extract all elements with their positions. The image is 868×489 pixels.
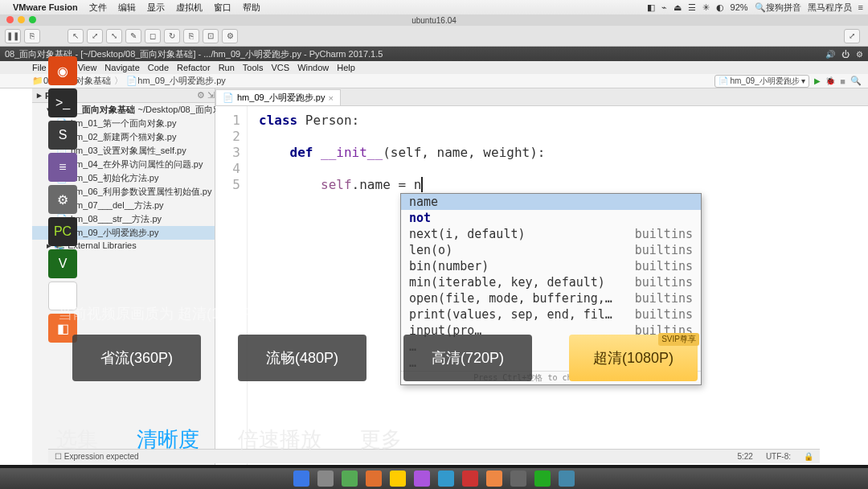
mac-menu-vm[interactable]: 虚拟机 <box>176 2 203 14</box>
mac-menu-help[interactable]: 帮助 <box>243 2 260 14</box>
tool-button[interactable]: ⤢ <box>87 29 103 43</box>
tool-button[interactable]: ⎘ <box>183 29 199 43</box>
dock-app[interactable] <box>342 471 358 487</box>
editor-tab-active[interactable]: 📄 hm_09_小明爱跑步.py × <box>215 89 341 105</box>
gear-icon[interactable]: ⚙ <box>856 50 863 59</box>
pycharm-icon[interactable]: PC <box>48 217 77 246</box>
dock-app[interactable] <box>438 471 454 487</box>
encoding[interactable]: UTF-8: <box>766 452 791 461</box>
ac-item[interactable]: not <box>401 210 701 226</box>
dock-app[interactable] <box>462 471 478 487</box>
minimize-icon[interactable] <box>18 16 25 23</box>
ubuntu-dash-icon[interactable]: ◉ <box>48 56 77 85</box>
tray-icon[interactable]: ⏏ <box>674 2 682 13</box>
power-icon[interactable]: ⏻ <box>841 50 850 59</box>
tray-icon[interactable]: ☰ <box>688 2 696 13</box>
tool-button[interactable]: ◻ <box>145 29 161 43</box>
vm-toolbar: ❚❚ ⎘ ↖ ⤢ ⤡ ✎ ◻ ↻ ⎘ ⊡ ⚙ ⤢ <box>0 26 868 47</box>
fullscreen-button[interactable]: ⤢ <box>844 29 860 43</box>
volume-icon[interactable]: 🔊 <box>825 50 835 59</box>
dock-app[interactable] <box>414 471 430 487</box>
mac-menu-file[interactable]: 文件 <box>89 2 107 14</box>
quality-360p[interactable]: 省流(360P) <box>72 335 201 381</box>
files-icon[interactable]: ≡ <box>48 153 77 182</box>
tool-button[interactable]: ↖ <box>68 29 84 43</box>
pycharm-body: ▸ Project ⚙ ⇲ ▾ 📁 08_面向对象基础 ~/Desktop/08… <box>0 88 868 465</box>
snapshot-button[interactable]: ⎘ <box>24 29 40 43</box>
close-icon[interactable]: × <box>328 93 333 103</box>
mac-menu-window[interactable]: 窗口 <box>214 2 231 14</box>
dock-app[interactable] <box>390 471 406 487</box>
dock-app[interactable] <box>317 471 334 487</box>
ac-item[interactable]: print(values, sep, end, fil…builtins <box>401 306 701 323</box>
ac-item[interactable]: len(o)builtins <box>401 242 701 258</box>
run-button[interactable]: ▶ <box>814 76 821 85</box>
settings-icon[interactable]: ⚙ <box>48 185 77 214</box>
ac-item[interactable]: name <box>401 194 701 210</box>
menu-quality[interactable]: 清晰度 <box>137 425 199 454</box>
menu-navigate[interactable]: Navigate <box>104 63 139 72</box>
menu-file[interactable]: File <box>32 63 47 72</box>
tool-button[interactable]: ⤡ <box>106 29 122 43</box>
tab-label: hm_09_小明爱跑步.py <box>237 92 325 104</box>
menu-window[interactable]: Window <box>297 63 329 72</box>
macos-dock <box>0 468 868 489</box>
ime-indicator[interactable]: 🔍搜狗拼音 <box>755 2 801 14</box>
mac-app-name[interactable]: VMware Fusion <box>13 2 78 12</box>
tray-icon[interactable]: ✳ <box>702 2 710 13</box>
code-editor[interactable]: 1 2 3 4 5 class Person: def __init__(sel… <box>215 106 868 465</box>
crumb-file[interactable]: hm_09_小明爱跑步.py <box>137 75 225 87</box>
user-name[interactable]: 黑马程序员 <box>808 2 852 14</box>
ac-item[interactable]: next(i, default)builtins <box>401 226 701 242</box>
dock-app[interactable] <box>559 471 575 487</box>
tool-button[interactable]: ✎ <box>125 29 141 43</box>
menu-tools[interactable]: Tools <box>243 63 264 72</box>
sublime-icon[interactable]: S <box>48 121 77 150</box>
ac-item[interactable]: open(file, mode, buffering,…builtins <box>401 290 701 306</box>
debug-button[interactable]: 🐞 <box>825 76 835 85</box>
ac-item[interactable]: bin(number)builtins <box>401 258 701 274</box>
ac-item[interactable]: min(iterable, key, default)builtins <box>401 274 701 290</box>
terminal-icon[interactable]: >_ <box>48 88 77 117</box>
dock-app[interactable] <box>366 471 382 487</box>
dock-app[interactable] <box>534 471 551 487</box>
mac-menu-edit[interactable]: 编辑 <box>118 2 136 14</box>
dock-app[interactable] <box>510 471 526 487</box>
menu-episodes[interactable]: 选集 <box>56 425 98 454</box>
stop-button[interactable]: ■ <box>840 76 845 86</box>
menu-icon[interactable]: ≡ <box>858 2 863 12</box>
tray-icon[interactable]: ◧ <box>647 2 655 13</box>
window-traffic-lights <box>6 16 36 23</box>
pause-button[interactable]: ❚❚ <box>5 29 21 43</box>
menu-vcs[interactable]: VCS <box>272 63 290 72</box>
mac-menu-view[interactable]: 显示 <box>147 2 165 14</box>
menu-more[interactable]: 更多 <box>360 425 402 454</box>
battery-percent[interactable]: 92% <box>731 2 748 12</box>
quality-1080p-active[interactable]: SVIP尊享 超清(1080P) <box>569 335 698 381</box>
menu-speed[interactable]: 倍速播放 <box>238 425 321 454</box>
dock-app[interactable] <box>293 471 309 487</box>
menu-view[interactable]: View <box>78 63 97 72</box>
quality-720p[interactable]: 高清(720P) <box>403 335 532 381</box>
run-config-selector[interactable]: 📄 hm_09_小明爱跑步 ▾ <box>714 75 810 88</box>
breadcrumb: 📁 08_面向对象基础 〉 📄 hm_09_小明爱跑步.py 📄 hm_09_小… <box>0 74 868 88</box>
chrome-icon[interactable]: ◉ <box>48 281 77 310</box>
menu-help[interactable]: Help <box>337 63 355 72</box>
close-icon[interactable] <box>6 16 14 23</box>
dock-app[interactable] <box>486 471 502 487</box>
lock-icon[interactable]: 🔒 <box>804 452 813 461</box>
menu-refactor[interactable]: Refactor <box>177 63 211 72</box>
tool-button[interactable]: ↻ <box>164 29 180 43</box>
zoom-icon[interactable] <box>29 16 36 23</box>
tray-icon[interactable]: ⌁ <box>661 2 667 13</box>
settings-button[interactable]: ⚙ <box>222 29 238 43</box>
editor-tabs: 📄 hm_09_小明爱跑步.py × <box>215 88 868 106</box>
tray-icon[interactable]: ◐ <box>716 2 724 13</box>
search-icon[interactable]: 🔍 <box>850 76 862 86</box>
quality-480p[interactable]: 流畅(480P) <box>238 335 366 381</box>
menu-run[interactable]: Run <box>219 63 235 72</box>
menu-code[interactable]: Code <box>148 63 169 72</box>
tool-button[interactable]: ⊡ <box>203 29 219 43</box>
vim-icon[interactable]: V <box>48 249 77 278</box>
caret-position[interactable]: 5:22 <box>737 452 752 461</box>
